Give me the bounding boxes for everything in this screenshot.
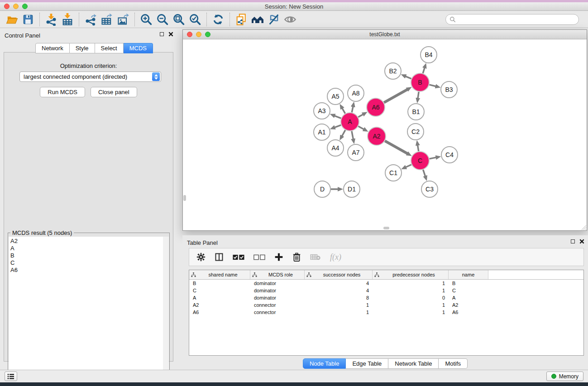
network-edge-A-A8[interactable]	[352, 106, 353, 112]
close-panel-icon[interactable]	[168, 32, 173, 37]
network-edge-A-A1[interactable]	[335, 125, 341, 127]
tab-select[interactable]: Select	[95, 43, 124, 53]
network-minimize-button[interactable]	[196, 32, 201, 37]
network-node-C1[interactable]: C1	[385, 165, 402, 181]
tab-mcds[interactable]: MCDS	[124, 43, 153, 53]
network-node-B2[interactable]: B2	[385, 63, 401, 79]
network-node-D[interactable]: D	[314, 181, 330, 197]
table-row[interactable]: Bdominator41B	[189, 280, 583, 287]
mcds-result-item[interactable]: A	[10, 245, 163, 252]
new-network-from-selection-button[interactable]	[233, 12, 249, 27]
network-node-D1[interactable]: D1	[344, 181, 360, 197]
network-edge-A-A3[interactable]	[335, 116, 341, 119]
network-node-C2[interactable]: C2	[407, 124, 424, 140]
network-maximize-button[interactable]	[205, 32, 210, 37]
network-node-A2[interactable]: A2	[368, 127, 386, 145]
mcds-result-item[interactable]: B	[10, 252, 163, 259]
zoom-selected-button[interactable]	[187, 12, 203, 27]
network-edge-A-A6[interactable]	[358, 114, 363, 117]
network-edge-B-B2[interactable]	[406, 76, 411, 79]
network-close-button[interactable]	[187, 32, 192, 37]
network-window-titlebar[interactable]: testGlobe.txt	[183, 30, 587, 39]
export-network-button[interactable]	[82, 12, 99, 27]
task-history-button[interactable]	[5, 372, 17, 381]
network-edge-A-A4[interactable]	[342, 130, 345, 136]
network-node-A8[interactable]: A8	[348, 85, 364, 101]
tab-network[interactable]: Network	[35, 43, 70, 53]
tab-node-table[interactable]: Node Table	[303, 358, 346, 369]
network-node-B1[interactable]: B1	[408, 104, 424, 120]
save-session-button[interactable]	[20, 12, 36, 27]
network-edge-A-A7[interactable]	[352, 131, 353, 139]
tab-motifs[interactable]: Motifs	[439, 358, 468, 369]
network-node-A7[interactable]: A7	[348, 144, 364, 161]
network-edge-C-C1[interactable]	[406, 165, 411, 167]
column-visibility-icon[interactable]	[215, 253, 224, 262]
network-node-C4[interactable]: C4	[441, 147, 458, 163]
criterion-dropdown[interactable]: largest connected component (directed)	[19, 71, 161, 82]
close-panel-button[interactable]: Close panel	[91, 87, 137, 97]
search-field[interactable]	[445, 14, 579, 25]
mcds-result-item[interactable]: A6	[10, 267, 163, 274]
column-header-shared-name[interactable]: shared name	[189, 270, 250, 279]
table-row[interactable]: Cdominator41C	[189, 287, 583, 294]
run-mcds-button[interactable]: Run MCDS	[40, 87, 85, 97]
tab-edge-table[interactable]: Edge Table	[346, 358, 388, 369]
table-row[interactable]: A2connector11A2	[189, 301, 583, 309]
float-panel-icon[interactable]	[160, 32, 164, 36]
network-edge-B-B4[interactable]	[423, 68, 425, 73]
mcds-result-item[interactable]: A2	[10, 238, 163, 245]
show-hide-button[interactable]	[282, 12, 298, 27]
network-node-C3[interactable]: C3	[421, 181, 438, 197]
first-neighbors-button[interactable]	[249, 12, 266, 27]
delete-column-trash-icon[interactable]	[292, 253, 301, 262]
network-horizontal-scrollbar[interactable]	[383, 227, 389, 229]
select-all-icon[interactable]	[233, 254, 244, 260]
resize-grip-icon[interactable]	[580, 224, 587, 230]
refresh-view-button[interactable]	[210, 12, 226, 27]
network-node-B3[interactable]: B3	[441, 81, 457, 98]
network-edge-A-A5[interactable]	[342, 108, 345, 114]
network-edge-B-B1[interactable]	[418, 92, 419, 98]
maximize-window-button[interactable]	[22, 4, 28, 9]
network-vertical-scrollbar[interactable]	[183, 195, 186, 201]
deselect-all-icon[interactable]	[253, 254, 265, 260]
column-header-mcds-role[interactable]: MCDS role	[250, 270, 305, 279]
open-file-button[interactable]	[4, 12, 20, 27]
search-input[interactable]	[459, 16, 575, 23]
tab-style[interactable]: Style	[70, 43, 95, 53]
network-node-A4[interactable]: A4	[327, 140, 344, 156]
export-table-button[interactable]	[99, 12, 115, 27]
column-header-predecessor-nodes[interactable]: predecessor nodes	[373, 270, 449, 279]
close-window-button[interactable]	[4, 4, 10, 9]
network-node-A6[interactable]: A6	[367, 98, 385, 116]
close-table-panel-icon[interactable]	[579, 239, 584, 244]
import-table-button[interactable]	[59, 12, 76, 27]
memory-button[interactable]: Memory	[546, 372, 583, 381]
import-network-button[interactable]	[43, 12, 59, 27]
table-row[interactable]: A6connector11A6	[189, 309, 583, 316]
column-header-name[interactable]: name	[449, 270, 488, 279]
mcds-result-list[interactable]: A2ABCA6	[9, 237, 163, 385]
float-table-panel-icon[interactable]	[571, 239, 575, 243]
tab-network-table[interactable]: Network Table	[388, 358, 439, 369]
network-node-B4[interactable]: B4	[421, 47, 437, 63]
export-image-button[interactable]	[115, 12, 131, 27]
zoom-out-button[interactable]	[154, 12, 171, 27]
zoom-fit-button[interactable]	[171, 12, 187, 27]
network-node-A5[interactable]: A5	[327, 88, 344, 105]
table-row[interactable]: Adominator80A	[189, 294, 583, 301]
network-edge-C-C3[interactable]	[423, 170, 425, 176]
table-settings-gear-icon[interactable]	[196, 253, 206, 262]
add-column-icon[interactable]	[274, 253, 283, 262]
zoom-in-button[interactable]	[138, 12, 154, 27]
column-header-successor-nodes[interactable]: successor nodes	[305, 270, 373, 279]
network-edge-A6-B[interactable]	[384, 90, 407, 103]
hide-selected-button[interactable]	[266, 12, 282, 27]
network-node-B[interactable]: B	[411, 73, 429, 91]
network-graph[interactable]: B4B2BB3A5A8A6A3B1AA1C2A2A4A7C4CC1C3DD1	[183, 39, 587, 230]
minimize-window-button[interactable]	[13, 4, 19, 9]
network-node-C[interactable]: C	[411, 152, 429, 170]
mcds-result-item[interactable]: C	[10, 259, 163, 267]
network-edge-C-C4[interactable]	[430, 157, 436, 159]
